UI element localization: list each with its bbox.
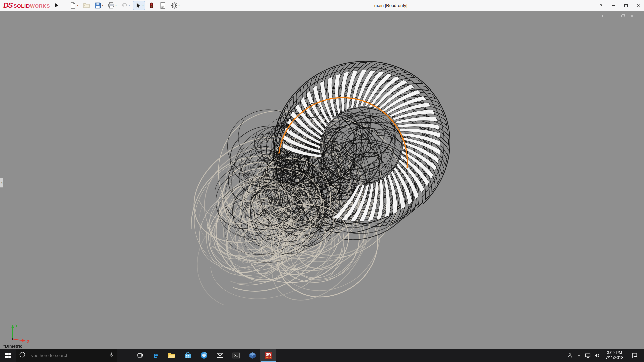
maximize-button[interactable] [623, 3, 629, 9]
triad-x-label: X [27, 340, 29, 343]
options-button[interactable]: ▾ [169, 1, 181, 10]
save-icon [94, 2, 101, 9]
tray-person-button[interactable] [565, 353, 574, 358]
logo-works: WORKS [30, 3, 50, 9]
document-title: main [Read-only] [349, 3, 433, 8]
svg-text:e: e [153, 351, 158, 360]
options-icon [171, 2, 178, 9]
clock-time: 3:09 PM [607, 350, 622, 355]
child-window-controls: × [592, 14, 635, 18]
print-dropdown-caret-icon[interactable]: ▾ [115, 4, 117, 7]
store-icon [184, 352, 192, 359]
new-document-dropdown-caret-icon[interactable]: ▾ [77, 4, 78, 7]
new-document-button[interactable]: ▾ [68, 1, 80, 10]
rebuild-button[interactable] [147, 1, 156, 10]
save-button[interactable]: ▾ [93, 1, 105, 10]
print-button[interactable]: ▾ [106, 1, 118, 10]
taskbar-search[interactable] [16, 349, 117, 362]
window-controls: ? × [598, 0, 641, 11]
child-dock-button[interactable] [592, 14, 597, 18]
taskbar-browser-button[interactable] [196, 349, 212, 362]
file-properties-button[interactable] [158, 1, 168, 10]
child-restore-button[interactable] [620, 14, 625, 18]
view-orientation-label: *Dimetric [3, 344, 22, 349]
open-button[interactable] [82, 1, 91, 10]
rebuild-icon [148, 2, 155, 9]
svg-text:SW: SW [266, 352, 271, 356]
clock-date: 7/11/2018 [606, 355, 624, 360]
logo-solid: SOLID [14, 3, 30, 9]
task-view-icon [137, 352, 143, 358]
graphics-viewport: × ◂ Y X *Dimetric [0, 11, 644, 349]
open-icon [83, 2, 90, 9]
tray-chevron-up-button[interactable] [574, 353, 583, 358]
file-properties-icon [159, 2, 166, 9]
taskbar-terminal-button[interactable] [228, 349, 244, 362]
tray-display-button[interactable] [583, 353, 592, 358]
cad-cube-icon [249, 352, 256, 359]
titlebar: DSSOLIDWORKS ▾▾▾▾▾▾ main [Read-only] ? × [0, 0, 644, 11]
child-minimize-button[interactable] [610, 14, 616, 18]
taskbar-edge-button[interactable]: e [148, 349, 164, 362]
child-float-icon [602, 15, 605, 17]
cortana-icon [19, 351, 26, 359]
print-icon [108, 2, 115, 9]
windows-taskbar: eSW2017 3:09 PM 7/11/2018 [0, 349, 644, 362]
new-document-icon [69, 2, 76, 9]
triad-y-label: Y [15, 324, 18, 327]
search-input[interactable] [29, 353, 106, 358]
chevron-up-icon [577, 353, 581, 358]
edge-icon: e [151, 351, 160, 360]
taskbar-store-button[interactable] [180, 349, 196, 362]
save-dropdown-caret-icon[interactable]: ▾ [102, 4, 103, 7]
cad-model-canvas[interactable] [0, 11, 644, 349]
start-button[interactable] [0, 349, 16, 362]
logo-ds: DS [3, 1, 12, 10]
minimize-icon [612, 5, 615, 6]
display-icon [585, 353, 591, 358]
taskbar-clock[interactable]: 3:09 PM 7/11/2018 [601, 350, 628, 360]
solidworks-icon: SW2017 [264, 351, 273, 360]
child-close-button[interactable]: × [629, 14, 635, 18]
tray-volume-button[interactable] [592, 353, 601, 358]
taskbar-file-explorer-button[interactable] [164, 349, 180, 362]
select-button[interactable]: ▾ [133, 1, 145, 10]
help-button[interactable]: ? [598, 3, 604, 9]
maximize-icon [624, 4, 628, 7]
menu-flyout-arrow-icon[interactable] [55, 3, 58, 7]
taskbar-cad-cube-button[interactable] [244, 349, 260, 362]
microphone-icon[interactable] [109, 352, 114, 359]
options-dropdown-caret-icon[interactable]: ▾ [178, 4, 180, 7]
child-float-button[interactable] [601, 14, 606, 18]
child-dock-icon [593, 15, 596, 17]
undo-button[interactable]: ▾ [120, 1, 131, 10]
select-dropdown-caret-icon[interactable]: ▾ [142, 4, 144, 7]
mail-icon [216, 352, 224, 359]
taskbar-apps: eSW2017 [131, 349, 276, 362]
person-icon [567, 353, 573, 358]
taskbar-mail-button[interactable] [212, 349, 228, 362]
featuremanager-collapse-tab[interactable]: ◂ [0, 178, 3, 188]
minimize-button[interactable] [610, 3, 616, 9]
solidworks-logo: DSSOLIDWORKS [0, 1, 50, 10]
system-tray: 3:09 PM 7/11/2018 [565, 349, 644, 362]
child-restore-icon [621, 15, 624, 17]
taskbar-solidworks-button[interactable]: SW2017 [260, 349, 276, 362]
close-button[interactable]: × [635, 3, 641, 9]
terminal-icon [232, 352, 240, 359]
browser-icon [200, 351, 208, 359]
taskbar-task-view-button[interactable] [131, 349, 148, 362]
action-center-button[interactable] [628, 352, 642, 358]
orientation-triad: Y X [7, 322, 32, 344]
svg-text:2017: 2017 [266, 356, 271, 359]
undo-icon [121, 2, 128, 9]
undo-dropdown-caret-icon[interactable]: ▾ [129, 4, 130, 7]
file-explorer-icon [168, 351, 176, 359]
child-minimize-icon [612, 16, 615, 16]
quick-toolbar: ▾▾▾▾▾▾ [68, 1, 181, 10]
select-icon [135, 2, 142, 9]
volume-icon [594, 353, 600, 358]
